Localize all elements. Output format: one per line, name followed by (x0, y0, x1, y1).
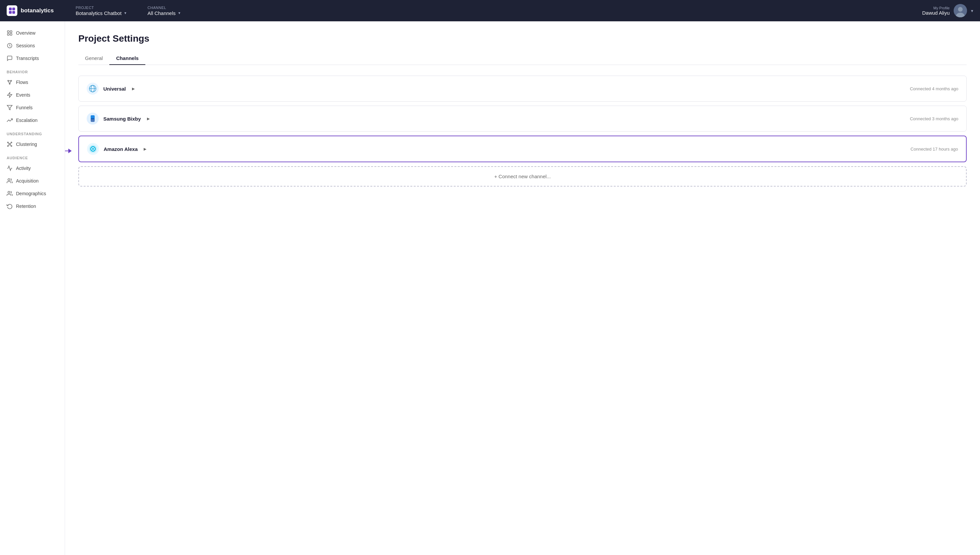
sidebar-item-activity[interactable]: Activity (0, 162, 65, 175)
arrow-line (65, 151, 68, 151)
svg-point-22 (11, 142, 12, 143)
project-chevron-icon: ▾ (124, 11, 126, 15)
tab-general[interactable]: General (78, 52, 109, 65)
main-layout: Overview Sessions Transcripts BEHAVIOR (0, 21, 980, 555)
alexa-name: Amazon Alexa (104, 146, 138, 152)
sidebar-item-escalation-label: Escalation (16, 118, 38, 123)
sidebar-item-clustering-label: Clustering (16, 141, 37, 147)
transcripts-icon (6, 55, 13, 61)
svg-line-25 (8, 143, 9, 144)
profile-info: My Profile Dawud Aliyu (922, 6, 949, 16)
profile-label: My Profile (933, 6, 949, 10)
page-title: Project Settings (78, 33, 967, 44)
behavior-section-label: BEHAVIOR (0, 65, 65, 76)
tabs: General Channels (78, 52, 967, 65)
svg-rect-7 (7, 30, 9, 32)
arrow-indicator (65, 149, 72, 153)
channel-item-bixby[interactable]: Samsung Bixby ▶ Connected 3 months ago (78, 106, 967, 132)
channel-chevron-icon: ▾ (178, 11, 180, 15)
sessions-icon (6, 43, 13, 49)
bixby-name: Samsung Bixby (103, 116, 141, 122)
nav-right: My Profile Dawud Aliyu ▾ (922, 4, 974, 17)
sidebar-item-clustering[interactable]: Clustering (0, 138, 65, 151)
main-content: Project Settings General Channels (65, 21, 980, 555)
svg-point-23 (7, 146, 8, 147)
svg-marker-19 (7, 105, 12, 110)
svg-rect-10 (10, 34, 12, 35)
bixby-logo (87, 112, 99, 125)
bixby-chevron-icon: ▶ (147, 117, 149, 121)
universal-logo (87, 83, 99, 95)
sidebar-item-escalation[interactable]: Escalation (0, 114, 65, 127)
sidebar-item-flows[interactable]: Flows (0, 76, 65, 88)
activity-icon (6, 165, 13, 171)
sidebar-item-transcripts[interactable]: Transcripts (0, 52, 65, 65)
channel-item-alexa[interactable]: Amazon Alexa ▶ Connected 17 hours ago (78, 136, 967, 162)
flows-icon (6, 79, 13, 85)
svg-point-21 (7, 142, 8, 143)
sidebar-item-sessions[interactable]: Sessions (0, 39, 65, 52)
tab-channels[interactable]: Channels (109, 52, 145, 65)
audience-section-label: AUDIENCE (0, 151, 65, 162)
demographics-icon (6, 191, 13, 197)
escalation-icon (6, 117, 13, 123)
svg-line-28 (10, 145, 11, 146)
avatar[interactable] (954, 4, 967, 17)
sidebar-item-retention[interactable]: Retention (0, 200, 65, 213)
svg-line-26 (10, 143, 11, 144)
svg-rect-8 (10, 30, 12, 32)
svg-rect-1 (12, 8, 15, 10)
svg-line-17 (10, 81, 11, 83)
sidebar: Overview Sessions Transcripts BEHAVIOR (0, 21, 65, 555)
bixby-status: Connected 3 months ago (910, 116, 958, 121)
sidebar-item-overview-label: Overview (16, 30, 35, 36)
sidebar-item-events-label: Events (16, 92, 31, 98)
channel-value: All Channels (148, 10, 176, 16)
nav-selectors: Project Botanalytics Chatbot ▾ Channel A… (72, 3, 922, 19)
svg-point-36 (92, 148, 94, 150)
svg-rect-3 (12, 11, 15, 14)
sidebar-item-transcripts-label: Transcripts (16, 56, 39, 61)
universal-chevron-icon: ▶ (132, 87, 135, 91)
channel-value-container: All Channels ▾ (148, 10, 180, 16)
retention-icon (6, 203, 13, 209)
alexa-logo (87, 143, 99, 155)
sidebar-item-demographics[interactable]: Demographics (0, 187, 65, 200)
funnels-icon (6, 104, 13, 111)
svg-rect-9 (7, 34, 9, 35)
sidebar-item-demographics-label: Demographics (16, 191, 46, 196)
profile-name: Dawud Aliyu (922, 10, 949, 16)
sidebar-item-acquisition[interactable]: Acquisition (0, 175, 65, 187)
project-value: Botanalytics Chatbot (76, 10, 122, 16)
svg-rect-0 (9, 8, 12, 10)
brand-name: botanalytics (21, 7, 54, 14)
connect-new-label: + Connect new channel... (494, 173, 551, 179)
channel-item-universal[interactable]: Universal ▶ Connected 4 months ago (78, 75, 967, 102)
connect-new-channel-button[interactable]: + Connect new channel... (78, 166, 967, 186)
sidebar-item-sessions-label: Sessions (16, 43, 35, 48)
profile-chevron-icon[interactable]: ▾ (971, 8, 974, 13)
sidebar-item-acquisition-label: Acquisition (16, 178, 39, 184)
svg-point-30 (8, 191, 10, 193)
alexa-status: Connected 17 hours ago (911, 147, 958, 152)
sidebar-item-funnels[interactable]: Funnels (0, 101, 65, 114)
sidebar-item-funnels-label: Funnels (16, 105, 33, 110)
sidebar-item-events[interactable]: Events (0, 88, 65, 101)
channel-selector[interactable]: Channel All Channels ▾ (144, 3, 184, 19)
channel-left: Universal ▶ (87, 83, 135, 95)
project-selector[interactable]: Project Botanalytics Chatbot ▾ (72, 3, 130, 19)
universal-name: Universal (103, 86, 126, 91)
svg-marker-18 (7, 93, 12, 98)
project-value-container: Botanalytics Chatbot ▾ (76, 10, 126, 16)
sidebar-item-flows-label: Flows (16, 80, 28, 85)
sidebar-item-overview[interactable]: Overview (0, 27, 65, 39)
svg-point-29 (8, 178, 10, 181)
project-label: Project (76, 6, 126, 10)
alexa-chevron-icon: ▶ (144, 147, 146, 151)
svg-line-27 (8, 145, 9, 146)
channel-left-alexa: Amazon Alexa ▶ (87, 143, 146, 155)
events-icon (6, 92, 13, 98)
sidebar-item-retention-label: Retention (16, 204, 36, 209)
brand-logo[interactable]: botanalytics (6, 5, 72, 16)
sidebar-item-activity-label: Activity (16, 165, 31, 171)
